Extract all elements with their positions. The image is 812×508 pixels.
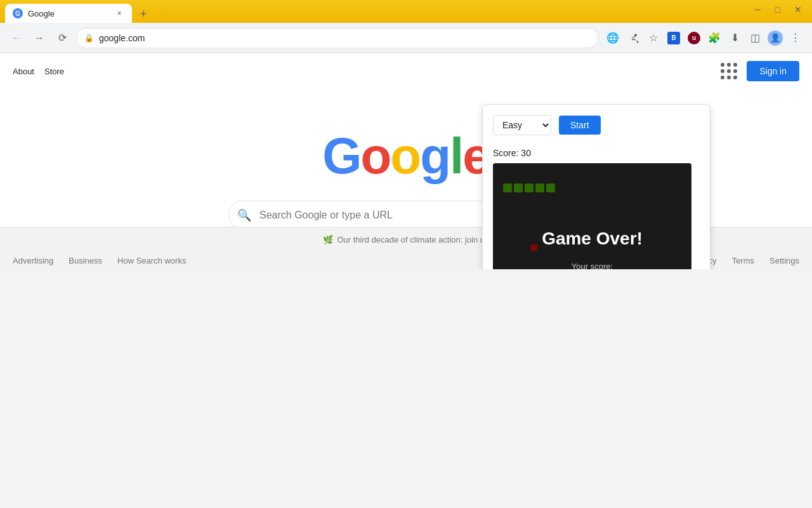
tab-title: Google (28, 9, 109, 18)
score-display: Score: 30 (483, 145, 710, 163)
grid-dot (721, 69, 724, 73)
tab-close-button[interactable]: × (114, 8, 124, 18)
share-icon[interactable] (624, 29, 642, 47)
leaf-icon: 🌿 (323, 235, 333, 244)
bookmark-icon[interactable]: ☆ (645, 29, 662, 47)
settings-link[interactable]: Settings (769, 256, 799, 265)
snake-segment (546, 184, 555, 192)
score-value: 30 (521, 148, 531, 158)
profile-icon[interactable]: 👤 (766, 29, 784, 47)
snake-segment (503, 184, 512, 192)
new-tab-button[interactable]: + (134, 5, 152, 23)
game-over-score-label: Your score: (542, 262, 643, 270)
snake-segment (535, 184, 544, 192)
store-link[interactable]: Store (44, 64, 64, 79)
google-header: About Store S (0, 53, 812, 89)
close-window-button[interactable]: ✕ (789, 1, 807, 18)
download-icon[interactable]: ⬇ (726, 29, 743, 47)
advertising-link[interactable]: Advertising (13, 256, 53, 265)
logo-g: G (322, 128, 360, 184)
google-apps-button[interactable] (716, 58, 742, 84)
business-link[interactable]: Business (69, 256, 102, 265)
forward-button[interactable]: → (30, 29, 48, 47)
header-right: Sign in (716, 58, 799, 84)
snake-game-popup: Easy Medium Hard Start Score: 30 (482, 104, 710, 269)
translate-icon[interactable]: 🌐 (604, 29, 622, 47)
extension-bitwarden-icon[interactable]: B (665, 29, 683, 47)
lock-icon: 🔒 (84, 34, 94, 43)
climate-text: Our third decade of climate action: join… (337, 235, 488, 244)
active-tab[interactable]: G Google × (5, 4, 132, 23)
how-search-works-link[interactable]: How Search works (117, 256, 186, 265)
snake-body (503, 184, 555, 192)
score-label: Score: (493, 148, 518, 158)
search-icon: 🔍 (237, 208, 251, 222)
popup-header: Easy Medium Hard Start (483, 105, 710, 145)
url-bar[interactable]: 🔒 google.com (76, 28, 599, 48)
logo-o2: o (390, 128, 420, 184)
back-button[interactable]: ← (8, 29, 25, 47)
tab-favicon: G (13, 8, 23, 18)
extension-ublock-icon[interactable]: u (685, 29, 703, 47)
grid-dot (727, 76, 731, 79)
sign-in-button[interactable]: Sign in (747, 61, 799, 81)
logo-o1: o (360, 128, 390, 184)
snake-food (531, 244, 537, 251)
address-bar: ← → ⟳ 🔒 google.com 🌐 ☆ B u 🧩 ⬇ ◫ 👤 ⋮ (0, 23, 812, 53)
game-canvas[interactable]: Game Over! Your score: 30 (493, 163, 691, 269)
game-over-title: Game Over! (542, 229, 643, 249)
start-button[interactable]: Start (559, 116, 601, 135)
logo-g2: g (420, 128, 450, 184)
grid-dot (733, 69, 737, 73)
difficulty-select[interactable]: Easy Medium Hard (493, 115, 551, 135)
grid-dot (727, 69, 731, 73)
grid-dot (721, 76, 724, 79)
about-link[interactable]: About (13, 64, 34, 79)
grid-dot (733, 76, 737, 79)
terms-link[interactable]: Terms (732, 256, 754, 265)
page-content: About Store S (0, 53, 812, 269)
maximize-button[interactable]: □ (769, 1, 787, 18)
sidebar-toggle[interactable]: ◫ (746, 29, 764, 47)
header-left-links: About Store (13, 64, 64, 79)
minimize-button[interactable]: ─ (749, 1, 766, 18)
google-logo: Google (322, 127, 490, 185)
grid-dot (733, 63, 737, 67)
footer-left-links: Advertising Business How Search works (13, 256, 186, 265)
grid-dot (727, 63, 731, 67)
logo-l: l (450, 128, 462, 184)
snake-segment (514, 184, 523, 192)
url-text: google.com (99, 33, 145, 43)
grid-dot (721, 63, 724, 67)
menu-button[interactable]: ⋮ (787, 29, 804, 47)
reload-button[interactable]: ⟳ (53, 29, 71, 47)
snake-segment (525, 184, 534, 192)
game-over-overlay: Game Over! Your score: 30 (542, 229, 643, 270)
extensions-button[interactable]: 🧩 (705, 29, 723, 47)
